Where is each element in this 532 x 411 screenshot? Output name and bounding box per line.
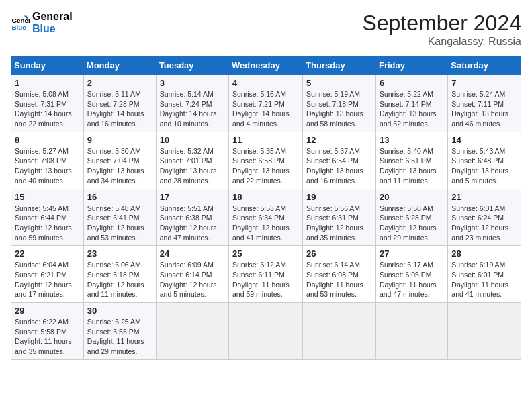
day-info: Sunrise: 5:32 AMSunset: 7:01 PMDaylight:…	[160, 146, 225, 186]
svg-text:Blue: Blue	[11, 23, 26, 30]
day-number: 26	[306, 248, 372, 259]
header-wednesday: Wednesday	[229, 56, 303, 75]
day-info: Sunrise: 5:51 AMSunset: 6:38 PMDaylight:…	[160, 203, 225, 243]
day-info: Sunrise: 5:43 AMSunset: 6:48 PMDaylight:…	[451, 146, 517, 186]
day-info: Sunrise: 5:56 AMSunset: 6:31 PMDaylight:…	[306, 203, 372, 243]
table-row: 9Sunrise: 5:30 AMSunset: 7:04 PMDaylight…	[83, 132, 156, 189]
day-info: Sunrise: 5:16 AMSunset: 7:21 PMDaylight:…	[232, 89, 299, 129]
table-row: 21Sunrise: 6:01 AMSunset: 6:24 PMDayligh…	[448, 189, 521, 246]
table-row: 3Sunrise: 5:14 AMSunset: 7:24 PMDaylight…	[156, 75, 228, 132]
day-info: Sunrise: 5:35 AMSunset: 6:58 PMDaylight:…	[232, 146, 299, 186]
logo: General Blue General Blue	[11, 11, 73, 34]
table-row: 17Sunrise: 5:51 AMSunset: 6:38 PMDayligh…	[156, 189, 228, 246]
table-row: 14Sunrise: 5:43 AMSunset: 6:48 PMDayligh…	[448, 132, 521, 189]
table-row: 7Sunrise: 5:24 AMSunset: 7:11 PMDaylight…	[448, 75, 521, 132]
day-info: Sunrise: 5:53 AMSunset: 6:34 PMDaylight:…	[232, 203, 299, 243]
day-number: 3	[160, 78, 225, 88]
day-number: 20	[380, 192, 444, 202]
table-row: 30Sunrise: 6:25 AMSunset: 5:55 PMDayligh…	[83, 303, 156, 360]
table-row: 20Sunrise: 5:58 AMSunset: 6:28 PMDayligh…	[375, 189, 447, 246]
day-info: Sunrise: 5:27 AMSunset: 7:08 PMDaylight:…	[15, 146, 80, 186]
header-sunday: Sunday	[11, 56, 84, 75]
table-row: 13Sunrise: 5:40 AMSunset: 6:51 PMDayligh…	[375, 132, 447, 189]
day-number: 8	[15, 135, 80, 145]
table-row: 23Sunrise: 6:06 AMSunset: 6:18 PMDayligh…	[83, 246, 156, 303]
day-info: Sunrise: 5:08 AMSunset: 7:31 PMDaylight:…	[15, 89, 80, 129]
table-row: 15Sunrise: 5:45 AMSunset: 6:44 PMDayligh…	[11, 189, 84, 246]
day-number: 11	[232, 135, 299, 145]
table-row: 25Sunrise: 6:12 AMSunset: 6:11 PMDayligh…	[229, 246, 303, 303]
table-row: 5Sunrise: 5:19 AMSunset: 7:18 PMDaylight…	[303, 75, 376, 132]
header-tuesday: Tuesday	[156, 56, 228, 75]
day-info: Sunrise: 6:09 AMSunset: 6:14 PMDaylight:…	[160, 260, 225, 300]
day-info: Sunrise: 5:14 AMSunset: 7:24 PMDaylight:…	[160, 89, 225, 129]
header-saturday: Saturday	[448, 56, 521, 75]
table-row	[375, 303, 447, 360]
day-info: Sunrise: 5:40 AMSunset: 6:51 PMDaylight:…	[380, 146, 444, 186]
table-row: 19Sunrise: 5:56 AMSunset: 6:31 PMDayligh…	[303, 189, 376, 246]
day-number: 14	[451, 135, 517, 145]
table-row: 10Sunrise: 5:32 AMSunset: 7:01 PMDayligh…	[156, 132, 228, 189]
table-row: 4Sunrise: 5:16 AMSunset: 7:21 PMDaylight…	[229, 75, 303, 132]
day-number: 12	[306, 135, 372, 145]
day-info: Sunrise: 6:01 AMSunset: 6:24 PMDaylight:…	[451, 203, 517, 243]
day-info: Sunrise: 5:30 AMSunset: 7:04 PMDaylight:…	[87, 146, 152, 186]
day-number: 22	[15, 248, 80, 259]
header-monday: Monday	[83, 56, 156, 75]
table-row: 8Sunrise: 5:27 AMSunset: 7:08 PMDaylight…	[11, 132, 84, 189]
table-row: 1Sunrise: 5:08 AMSunset: 7:31 PMDaylight…	[11, 75, 84, 132]
table-row: 27Sunrise: 6:17 AMSunset: 6:05 PMDayligh…	[375, 246, 447, 303]
day-info: Sunrise: 6:17 AMSunset: 6:05 PMDaylight:…	[380, 260, 444, 300]
table-row	[303, 303, 376, 360]
day-number: 30	[87, 306, 152, 316]
day-info: Sunrise: 6:22 AMSunset: 5:58 PMDaylight:…	[15, 317, 80, 357]
table-row: 28Sunrise: 6:19 AMSunset: 6:01 PMDayligh…	[448, 246, 521, 303]
day-number: 19	[306, 192, 372, 202]
table-row: 16Sunrise: 5:48 AMSunset: 6:41 PMDayligh…	[83, 189, 156, 246]
day-number: 24	[160, 248, 225, 259]
day-number: 17	[160, 192, 225, 202]
day-info: Sunrise: 5:37 AMSunset: 6:54 PMDaylight:…	[306, 146, 372, 186]
day-info: Sunrise: 5:11 AMSunset: 7:28 PMDaylight:…	[87, 89, 152, 129]
calendar-table: Sunday Monday Tuesday Wednesday Thursday…	[11, 56, 521, 360]
day-number: 4	[232, 78, 299, 88]
day-number: 15	[15, 192, 80, 202]
day-number: 1	[15, 78, 80, 88]
table-row: 18Sunrise: 5:53 AMSunset: 6:34 PMDayligh…	[229, 189, 303, 246]
table-row: 26Sunrise: 6:14 AMSunset: 6:08 PMDayligh…	[303, 246, 376, 303]
day-info: Sunrise: 6:14 AMSunset: 6:08 PMDaylight:…	[306, 260, 372, 300]
table-row	[229, 303, 303, 360]
table-row: 29Sunrise: 6:22 AMSunset: 5:58 PMDayligh…	[11, 303, 84, 360]
table-row: 12Sunrise: 5:37 AMSunset: 6:54 PMDayligh…	[303, 132, 376, 189]
day-number: 16	[87, 192, 152, 202]
table-row: 24Sunrise: 6:09 AMSunset: 6:14 PMDayligh…	[156, 246, 228, 303]
day-info: Sunrise: 6:06 AMSunset: 6:18 PMDaylight:…	[87, 260, 152, 300]
table-row: 2Sunrise: 5:11 AMSunset: 7:28 PMDaylight…	[83, 75, 156, 132]
table-row	[156, 303, 228, 360]
location-subtitle: Kangalassy, Russia	[362, 36, 521, 48]
header-thursday: Thursday	[303, 56, 376, 75]
month-title: September 2024	[362, 11, 521, 36]
day-number: 27	[380, 248, 444, 259]
day-info: Sunrise: 5:24 AMSunset: 7:11 PMDaylight:…	[451, 89, 517, 129]
day-number: 28	[451, 248, 517, 259]
page-header: General Blue General Blue September 2024…	[11, 11, 521, 48]
day-number: 5	[306, 78, 372, 88]
day-info: Sunrise: 6:12 AMSunset: 6:11 PMDaylight:…	[232, 260, 299, 300]
day-number: 9	[87, 135, 152, 145]
day-info: Sunrise: 5:48 AMSunset: 6:41 PMDaylight:…	[87, 203, 152, 243]
table-row: 6Sunrise: 5:22 AMSunset: 7:14 PMDaylight…	[375, 75, 447, 132]
day-info: Sunrise: 5:19 AMSunset: 7:18 PMDaylight:…	[306, 89, 372, 129]
header-friday: Friday	[375, 56, 447, 75]
day-number: 10	[160, 135, 225, 145]
logo-line2: Blue	[32, 23, 73, 35]
title-block: September 2024 Kangalassy, Russia	[362, 11, 521, 48]
logo-line1: General	[32, 11, 73, 23]
day-number: 23	[87, 248, 152, 259]
logo-icon: General Blue	[11, 13, 30, 32]
day-number: 6	[380, 78, 444, 88]
day-info: Sunrise: 6:19 AMSunset: 6:01 PMDaylight:…	[451, 260, 517, 300]
day-number: 13	[380, 135, 444, 145]
table-row: 11Sunrise: 5:35 AMSunset: 6:58 PMDayligh…	[229, 132, 303, 189]
day-info: Sunrise: 5:22 AMSunset: 7:14 PMDaylight:…	[380, 89, 444, 129]
